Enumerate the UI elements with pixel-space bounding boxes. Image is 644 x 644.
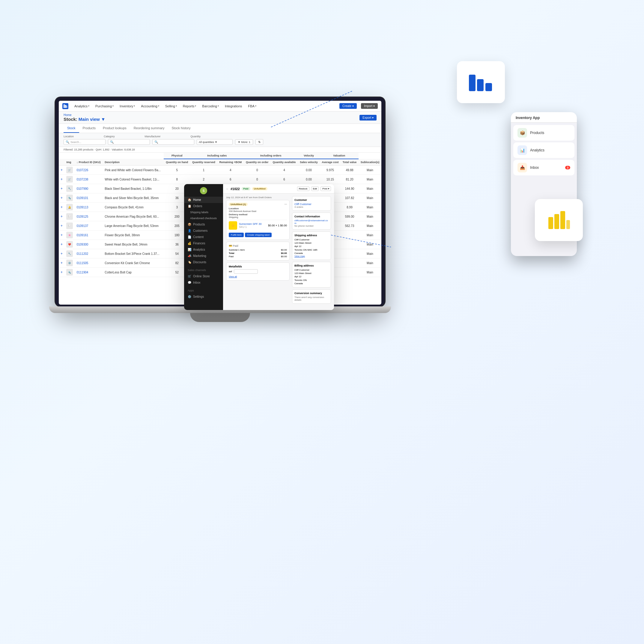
row-sub: Main: [359, 240, 381, 249]
create-button[interactable]: Create ▾: [339, 103, 357, 109]
shopify-nav-shipping[interactable]: Shipping labels: [184, 209, 223, 215]
page-title: Stock: Main view ▼: [64, 117, 106, 122]
shopify-inbox[interactable]: 💬 Inbox: [184, 279, 223, 286]
row-plus[interactable]: +: [59, 221, 64, 231]
nav-fba[interactable]: FBA ▾: [246, 101, 258, 112]
shopify-nav-abandoned[interactable]: Abandoned checkouts: [184, 215, 223, 221]
tab-reordering[interactable]: Reordering summary: [130, 124, 168, 133]
row-sku[interactable]: 0111505: [75, 258, 103, 268]
row-sku[interactable]: 0109161: [75, 231, 103, 240]
search-input[interactable]: 🔍 Search...: [64, 139, 106, 145]
row-plus[interactable]: +: [59, 240, 64, 249]
row-plus[interactable]: +: [59, 258, 64, 268]
restock-button[interactable]: Restock: [297, 186, 309, 191]
row-desc: Pink and White with Colored Flowers Ba..…: [103, 165, 164, 175]
row-sku[interactable]: 0109101: [75, 193, 103, 203]
shopify-nav-discounts[interactable]: 🏷️ Discounts: [184, 259, 223, 265]
customer-name[interactable]: Cliff Customer: [294, 203, 329, 206]
svg-rect-4: [67, 106, 67, 108]
shopify-nav-products[interactable]: 📦 Products: [184, 221, 223, 228]
filter-labels: Location Category Manufacturer Quantity: [64, 135, 377, 138]
row-plus[interactable]: +: [59, 249, 64, 258]
row-plus[interactable]: +: [59, 193, 64, 203]
tab-stock[interactable]: Stock: [64, 124, 79, 133]
unfulfilled-badge: Unfulfilled: [252, 187, 267, 190]
powerbi-logo-card: [535, 199, 583, 241]
row-sku[interactable]: 0109125: [75, 212, 103, 221]
row-desc: Chrome American Flag Bicycle Bell, 60...: [103, 212, 164, 221]
nav-analytics[interactable]: Analytics ▾: [72, 101, 92, 112]
shopify-nav-content[interactable]: 📄 Content: [184, 234, 223, 240]
contact-email[interactable]: cliffcustomer@notarealemail.com: [294, 219, 329, 225]
ship-button[interactable]: Create shipping label: [245, 233, 272, 237]
shopify-nav-home[interactable]: 🏠 Home: [184, 197, 223, 203]
shopify-settings[interactable]: ⚙️ Settings: [184, 294, 223, 300]
row-total: [341, 249, 359, 258]
export-button[interactable]: Export ▾: [359, 115, 377, 121]
col-qoh: Quantity on hand: [164, 159, 190, 165]
row-sub: Main: [359, 165, 381, 175]
row-sku[interactable]: 0107990: [75, 184, 103, 193]
nav-reports[interactable]: Reports ▾: [180, 101, 199, 112]
shipping-address: Cliff Customer 123 Main Street Apt 12 To…: [294, 238, 329, 255]
nav-inventory[interactable]: Inventory ▾: [117, 101, 137, 112]
row-plus[interactable]: +: [59, 175, 64, 184]
rp-item-analytics[interactable]: 📊 Analytics: [513, 142, 574, 158]
row-plus[interactable]: +: [59, 184, 64, 193]
row-plus[interactable]: +: [59, 268, 64, 277]
row-sku[interactable]: 0107238: [75, 175, 103, 184]
shopify-online-store[interactable]: 🛒 Online Store: [184, 273, 223, 279]
col-sku[interactable]: ↓ Product ID (SKU): [75, 159, 103, 165]
breadcrumb[interactable]: Home: [64, 113, 106, 117]
col-group-physical: Physical: [164, 153, 190, 159]
sort-button[interactable]: ⇅: [255, 139, 263, 145]
rp-item-inbox[interactable]: 📥 Inbox 3: [513, 160, 574, 175]
more-filters-button[interactable]: ▼ More: 1: [235, 139, 253, 145]
shopify-nav-orders[interactable]: 📋 Orders: [184, 203, 223, 209]
row-sku[interactable]: 0111904: [75, 268, 103, 277]
shopify-nav-customers[interactable]: 👤 Customers: [184, 228, 223, 234]
col-qav: Quantity available: [271, 159, 298, 165]
shopify-nav-finances[interactable]: 💰 Finances: [184, 240, 223, 246]
row-plus[interactable]: +: [59, 231, 64, 240]
row-sku[interactable]: 0109113: [75, 203, 103, 212]
billing-title: Billing address: [294, 264, 329, 267]
view-map-link[interactable]: View map: [294, 255, 305, 258]
col-group-valuation: Valuation: [320, 153, 359, 159]
filter-status: Filtered: 15,285 products · QoH: 1,892 ·…: [59, 147, 381, 153]
subtotal-label: Subtotal 1 item: [229, 249, 245, 251]
tab-products[interactable]: Products: [79, 124, 99, 133]
print-button[interactable]: Print ▾: [321, 186, 331, 191]
inventory-arrow: ▾: [134, 105, 135, 107]
row-sku[interactable]: 0111202: [75, 249, 103, 258]
row-plus[interactable]: +: [59, 203, 64, 212]
metafield-value[interactable]: [234, 269, 258, 274]
row-plus[interactable]: +: [59, 165, 64, 175]
row-sku[interactable]: 0107226: [75, 165, 103, 175]
manufacturer-input[interactable]: 🔍: [152, 139, 194, 145]
row-sku[interactable]: 0109300: [75, 240, 103, 249]
tab-stock-history[interactable]: Stock history: [168, 124, 194, 133]
nav-barcoding[interactable]: Barcoding ▾: [200, 101, 221, 112]
shopify-nav-analytics[interactable]: 📊 Analytics: [184, 246, 223, 253]
row-qav: 6: [271, 175, 298, 184]
rp-item-products[interactable]: 📦 Products: [513, 125, 574, 141]
shopify-nav-marketing[interactable]: 📣 Marketing: [184, 253, 223, 259]
nav-integrations[interactable]: Integrations: [222, 101, 244, 112]
category-input[interactable]: 🔍: [108, 139, 150, 145]
fulfill-button[interactable]: Fulfill item: [229, 233, 244, 237]
view-all-link[interactable]: View all: [229, 275, 237, 278]
nav-accounting[interactable]: Accounting ▾: [139, 101, 161, 112]
row-plus[interactable]: +: [59, 212, 64, 221]
nav-selling[interactable]: Selling ▾: [163, 101, 179, 112]
row-total: [341, 268, 359, 277]
nav-purchasing[interactable]: Purchasing ▾: [93, 101, 116, 112]
row-sku[interactable]: 0109137: [75, 221, 103, 231]
col-group-incl-orders: Including orders: [244, 153, 298, 159]
analytics-icon: 📊: [517, 145, 527, 155]
tabs-bar: Stock Products Product lookups Reorderin…: [59, 124, 381, 133]
edit-button[interactable]: Edit: [311, 186, 319, 191]
quantity-select[interactable]: All quantities ▾: [197, 139, 233, 145]
import-button[interactable]: Import ▾: [361, 103, 378, 109]
tab-product-lookups[interactable]: Product lookups: [99, 124, 130, 133]
